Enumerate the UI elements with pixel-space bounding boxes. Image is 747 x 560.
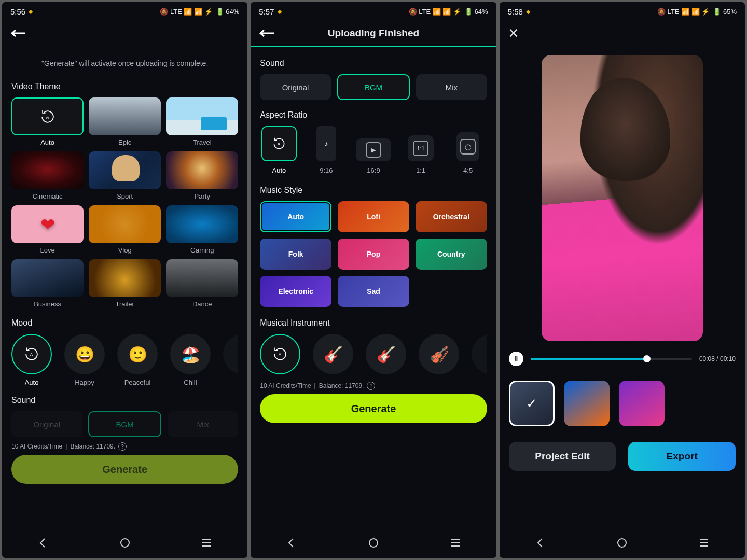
export-button[interactable]: Export xyxy=(628,442,736,471)
music-orchestral[interactable]: Orchestral xyxy=(416,201,487,232)
aspect-916[interactable]: ♪9:16 xyxy=(307,126,345,174)
screen-1: 5:56◆ 🔕 LTE 📶 📶 ⚡🔋 64% "Generate" will a… xyxy=(2,2,247,558)
aspect-11[interactable]: 1:11:1 xyxy=(402,135,440,174)
music-lofi[interactable]: Lofi xyxy=(338,201,409,232)
theme-business[interactable]: Business xyxy=(11,259,84,308)
section-mood: Mood xyxy=(11,318,238,328)
section-music: Music Style xyxy=(260,186,487,195)
status-bar: 5:57◆ 🔕 LTE 📶 📶 ⚡🔋 64% xyxy=(251,2,496,21)
back-button[interactable] xyxy=(10,28,26,38)
theme-travel[interactable]: Travel xyxy=(166,97,238,146)
music-electronic[interactable]: Electronic xyxy=(260,276,331,307)
music-country[interactable]: Country xyxy=(416,239,487,270)
seek-fill xyxy=(531,358,647,360)
sound-original[interactable]: Original xyxy=(11,411,82,437)
nav-back-icon[interactable] xyxy=(534,537,547,551)
android-nav xyxy=(2,530,247,558)
music-auto[interactable]: Auto xyxy=(260,201,331,232)
theme-party[interactable]: Party xyxy=(166,151,238,200)
seek-knob[interactable] xyxy=(643,355,651,362)
sound-row: Original BGM Mix xyxy=(260,74,487,100)
aspect-169[interactable]: ▶16:9 xyxy=(354,138,392,174)
clock: 5:56 xyxy=(10,7,25,16)
time-label: 00:08 / 00:10 xyxy=(699,355,736,362)
nav-recent-icon[interactable] xyxy=(200,537,213,551)
mood-chill[interactable]: 🏖️Chill xyxy=(170,334,211,386)
project-edit-button[interactable]: Project Edit xyxy=(509,442,616,471)
theme-gaming[interactable]: Gaming xyxy=(166,205,238,254)
brand-icon: ◆ xyxy=(278,8,282,15)
generate-button[interactable]: Generate xyxy=(260,394,487,423)
instagram-icon: ◯ xyxy=(460,139,476,155)
status-icons: 🔕 LTE 📶 📶 ⚡ xyxy=(409,8,461,16)
theme-epic[interactable]: Epic xyxy=(89,97,161,146)
clock: 5:57 xyxy=(259,7,274,16)
ratio-icon: 1:1 xyxy=(413,141,428,156)
instr-auto[interactable]: A xyxy=(260,334,300,374)
section-sound: Sound xyxy=(260,59,487,68)
instr-more[interactable] xyxy=(472,334,487,374)
screen-2: 5:57◆ 🔕 LTE 📶 📶 ⚡🔋 64% Uploading Finishe… xyxy=(251,2,496,558)
theme-vlog[interactable]: Vlog xyxy=(89,205,161,254)
result-row: ✓ xyxy=(509,381,736,426)
mood-peaceful[interactable]: 🙂Peaceful xyxy=(117,334,158,386)
nav-home-icon[interactable] xyxy=(616,537,628,551)
page-title: Uploading Finished xyxy=(251,27,496,39)
sound-mix[interactable]: Mix xyxy=(168,411,238,437)
nav-back-icon[interactable] xyxy=(37,537,49,551)
section-sound: Sound xyxy=(11,396,238,405)
theme-dance[interactable]: Dance xyxy=(166,259,238,308)
credits-row: 10 AI Credits/Time | Balance: 11709.? xyxy=(260,382,487,390)
music-pop[interactable]: Pop xyxy=(338,239,409,270)
nav-home-icon[interactable] xyxy=(367,537,380,551)
brand-icon: ◆ xyxy=(29,8,33,15)
hint-text: "Generate" will activate once uploading … xyxy=(11,59,238,67)
seek-track[interactable] xyxy=(531,358,692,360)
aspect-auto[interactable]: AAuto xyxy=(260,126,298,174)
pause-button[interactable]: II xyxy=(509,352,523,366)
music-grid: Auto Lofi Orchestral Folk Pop Country El… xyxy=(260,201,487,307)
result-2[interactable] xyxy=(564,381,610,426)
android-nav xyxy=(500,530,745,558)
instr-acoustic-guitar[interactable]: 🎸 xyxy=(313,334,353,374)
help-icon[interactable]: ? xyxy=(118,442,127,451)
result-3[interactable] xyxy=(619,381,665,426)
instr-violin[interactable]: 🎻 xyxy=(419,334,459,374)
status-icons: 🔕 LTE 📶 📶 ⚡ xyxy=(160,8,212,16)
theme-trailer[interactable]: Trailer xyxy=(89,259,161,308)
mood-happy[interactable]: 😀Happy xyxy=(64,334,105,386)
preview-subject xyxy=(580,78,671,181)
sound-original[interactable]: Original xyxy=(260,74,330,100)
battery: 🔋 64% xyxy=(216,8,240,16)
sound-bgm[interactable]: BGM xyxy=(88,411,161,437)
help-icon[interactable]: ? xyxy=(367,382,375,390)
instr-electric-guitar[interactable]: 🎸 xyxy=(366,334,406,374)
sound-row: Original BGM Mix xyxy=(11,411,238,437)
music-sad[interactable]: Sad xyxy=(338,276,409,307)
theme-cinematic[interactable]: Cinematic xyxy=(11,151,84,200)
close-button[interactable]: ✕ xyxy=(508,25,519,41)
theme-love[interactable]: Love xyxy=(11,205,84,254)
result-1[interactable]: ✓ xyxy=(509,381,555,426)
nav-back-icon[interactable] xyxy=(285,537,298,551)
sound-mix[interactable]: Mix xyxy=(416,74,487,100)
sound-bgm[interactable]: BGM xyxy=(337,74,410,100)
music-folk[interactable]: Folk xyxy=(260,239,331,270)
top-bar: ✕ xyxy=(500,21,745,46)
mood-auto[interactable]: AAuto xyxy=(11,334,52,386)
generate-button[interactable]: Generate xyxy=(11,455,238,484)
theme-sport[interactable]: Sport xyxy=(89,151,161,200)
nav-recent-icon[interactable] xyxy=(698,537,710,551)
content: Sound Original BGM Mix Aspect Ratio AAut… xyxy=(251,47,496,530)
svg-text:A: A xyxy=(279,352,282,357)
video-preview[interactable] xyxy=(542,55,703,341)
theme-auto[interactable]: A Auto xyxy=(11,97,84,146)
status-bar: 5:56◆ 🔕 LTE 📶 📶 ⚡🔋 64% xyxy=(2,2,247,21)
mood-more[interactable] xyxy=(223,334,238,386)
svg-point-5 xyxy=(369,539,378,547)
content: "Generate" will activate once uploading … xyxy=(2,46,247,530)
aspect-45[interactable]: ◯4:5 xyxy=(449,132,487,174)
android-nav xyxy=(251,530,496,558)
nav-home-icon[interactable] xyxy=(119,537,131,551)
nav-recent-icon[interactable] xyxy=(449,537,462,551)
